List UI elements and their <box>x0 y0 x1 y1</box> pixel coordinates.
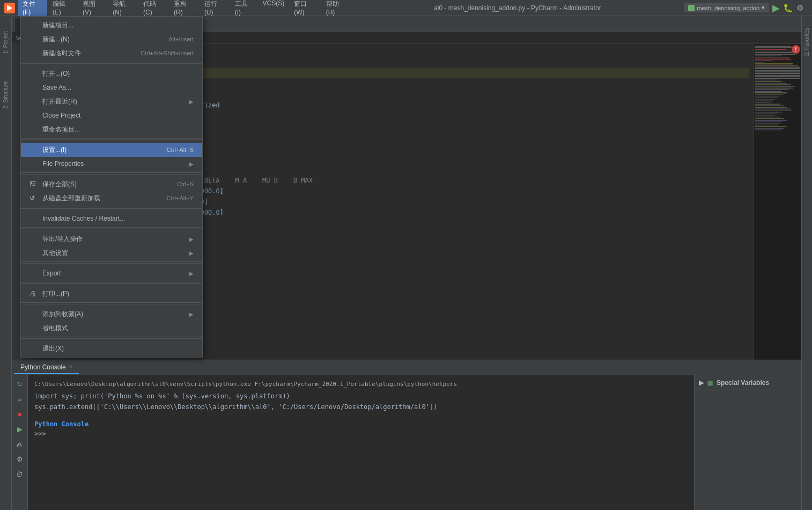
right-sidebar: 2: Favorites <box>801 16 812 510</box>
menu-file[interactable]: 文件(F) <box>18 0 47 18</box>
menu-item-power-save[interactable]: 省电模式 <box>21 321 202 335</box>
menu-item-reload[interactable]: ↺ 从磁盘全部重新加载 Ctrl+Alt+Y <box>21 191 202 205</box>
console-tab-bar: Python Console × <box>12 360 801 375</box>
title-bar: 文件(F) 编辑(E) 视图(V) 导航(N) 代码(C) 重构(R) 运行(U… <box>0 0 812 16</box>
sidebar-tab-structure[interactable]: 2: Structure <box>1 71 11 119</box>
menu-item-invalidate[interactable]: Invalidate Caches / Restart... <box>21 212 202 225</box>
menu-shortcut-save-all: Ctrl+S <box>177 181 194 187</box>
menu-item-new-project[interactable]: 新建项目... <box>21 18 202 32</box>
menu-label-other-settings: 其他设置 <box>42 249 189 258</box>
menu-label-save-as: Save As... <box>42 84 194 91</box>
console-line1: import sys; print('Python %s on %s' % (s… <box>34 391 688 401</box>
console-tab-python[interactable]: Python Console × <box>14 361 79 374</box>
window-title: al0 - mesh_denoising_addon.py - PyCharm … <box>351 4 684 12</box>
menu-arrow-export: ▶ <box>189 271 194 276</box>
menu-item-open-recent[interactable]: 打开最近(R) ▶ <box>21 94 202 108</box>
menu-label-rename-project: 重命名项目... <box>42 125 194 134</box>
menu-label-print: 打印...(P) <box>42 289 194 298</box>
minimap: ! <box>753 44 801 360</box>
menu-refactor[interactable]: 重构(R) <box>169 0 199 18</box>
console-rerun-btn[interactable]: ↻ <box>13 377 26 390</box>
run-config[interactable]: mesh_denoising_addon ▾ <box>684 3 769 12</box>
console-line2: sys.path.extend(['C:\\Users\\Lenovo\\Des… <box>34 402 688 412</box>
menu-label-new: 新建...(N) <box>42 35 168 44</box>
console-prompt: >>> <box>34 429 688 439</box>
menu-label-save-all: 保存全部(S) <box>42 180 177 189</box>
menu-section-exit: 退出(X) <box>21 340 202 357</box>
menu-section-export: Export ▶ <box>21 265 202 282</box>
menu-window[interactable]: 窗口(W) <box>290 0 320 18</box>
menu-item-save-as[interactable]: Save As... <box>21 81 202 94</box>
console-title-text: Python Console <box>34 419 688 429</box>
console-toolbar: ↻ ≡ ■ ▶ 🖨 ⚙ ⏱ <box>12 375 28 510</box>
console-command-path: C:\Users\Lenovo\Desktop\algorithm\al0\ve… <box>34 380 688 389</box>
menu-tools[interactable]: 工具(I) <box>231 0 257 18</box>
menu-label-settings: 设置...(I) <box>42 145 167 155</box>
menu-arrow-export-import: ▶ <box>189 236 194 242</box>
sidebar-tab-project[interactable]: 1: Project <box>1 18 11 67</box>
menu-item-save-all[interactable]: 🖫 保存全部(S) Ctrl+S <box>21 177 202 191</box>
debug-button[interactable]: 🐛 <box>783 3 793 13</box>
settings-run-button[interactable]: ⚙ <box>796 3 803 13</box>
menu-label-close-project: Close Project <box>42 112 194 119</box>
menu-arrow-add-favorite: ▶ <box>189 311 194 317</box>
run-button[interactable]: ▶ <box>772 2 780 14</box>
console-stop-btn[interactable]: ■ <box>13 407 26 420</box>
menu-item-settings[interactable]: 设置...(I) Ctrl+Alt+S <box>21 143 202 157</box>
special-vars-panel: ▶ ≣ Special Variables <box>694 375 801 510</box>
bottom-panel: Python Console × ↻ ≡ ■ ▶ 🖨 ⚙ ⏱ C:\Users\… <box>12 360 801 510</box>
menu-shortcut-settings: Ctrl+Alt+S <box>167 147 194 153</box>
menu-item-exit[interactable]: 退出(X) <box>21 341 202 355</box>
menu-vcs[interactable]: VCS(S) <box>259 0 289 18</box>
menu-item-rename-project[interactable]: 重命名项目... <box>21 122 202 136</box>
menu-label-add-favorite: 添加到收藏(A) <box>42 310 189 319</box>
sidebar-favorites[interactable]: 2: Favorites <box>802 20 813 63</box>
menu-item-open[interactable]: 打开...(O) <box>21 67 202 81</box>
menu-label-open: 打开...(O) <box>42 69 194 78</box>
menu-label-new-project: 新建项目... <box>42 21 194 30</box>
console-tab-label: Python Console <box>20 363 66 371</box>
menu-label-invalidate: Invalidate Caches / Restart... <box>42 215 194 222</box>
menu-navigate[interactable]: 导航(N) <box>108 0 138 18</box>
menu-label-export-import: 导出/导入操作 <box>42 235 189 244</box>
left-sidebar: 1: Project 2: Structure <box>0 16 12 510</box>
menu-bar: 文件(F) 编辑(E) 视图(V) 导航(N) 代码(C) 重构(R) 运行(U… <box>18 0 351 18</box>
menu-view[interactable]: 视图(V) <box>78 0 107 18</box>
editor-toolbar: ◉ ≡ ⚙ — <box>123 17 799 32</box>
menu-section-favorites: 添加到收藏(A) ▶ 省电模式 <box>21 305 202 337</box>
menu-item-add-favorite[interactable]: 添加到收藏(A) ▶ <box>21 307 202 321</box>
menu-run[interactable]: 运行(U) <box>200 0 230 18</box>
console-menu-btn[interactable]: ≡ <box>13 392 26 405</box>
error-indicator: ! <box>792 45 800 54</box>
menu-item-export-import[interactable]: 导出/导入操作 ▶ <box>21 232 202 246</box>
console-settings-btn[interactable]: ⚙ <box>13 453 26 465</box>
menu-item-export[interactable]: Export ▶ <box>21 266 202 280</box>
menu-icon-save-all: 🖫 <box>29 180 40 188</box>
special-vars-header: ▶ ≣ Special Variables <box>695 375 801 390</box>
menu-code[interactable]: 代码(C) <box>139 0 168 18</box>
menu-shortcut-new-scratch: Ctrl+Alt+Shift+Insert <box>141 50 194 56</box>
menu-help[interactable]: 帮助(H) <box>322 0 351 18</box>
menu-label-power-save: 省电模式 <box>42 324 194 333</box>
menu-arrow-open-recent: ▶ <box>189 99 194 105</box>
console-time-btn[interactable]: ⏱ <box>13 468 26 480</box>
menu-section-invalidate: Invalidate Caches / Restart... <box>21 210 202 228</box>
menu-item-new[interactable]: 新建...(N) Alt+Insert <box>21 32 202 46</box>
menu-label-new-scratch: 新建临时文件 <box>42 49 141 58</box>
file-dropdown-menu: 新建项目... 新建...(N) Alt+Insert 新建临时文件 Ctrl+… <box>20 16 203 358</box>
menu-item-other-settings[interactable]: 其他设置 ▶ <box>21 246 202 260</box>
console-run-btn[interactable]: ▶ <box>13 422 26 435</box>
menu-icon-reload: ↺ <box>29 194 40 202</box>
console-print-btn[interactable]: 🖨 <box>13 438 26 450</box>
menu-item-file-properties[interactable]: File Properties ▶ <box>21 157 202 171</box>
menu-label-file-properties: File Properties <box>42 160 189 167</box>
special-vars-icon: ≣ <box>707 378 713 387</box>
console-tab-close[interactable]: × <box>69 364 72 370</box>
special-vars-label: Special Variables <box>717 379 769 387</box>
menu-item-close-project[interactable]: Close Project <box>21 108 202 122</box>
console-output[interactable]: C:\Users\Lenovo\Desktop\algorithm\al0\ve… <box>28 375 694 510</box>
menu-item-new-scratch[interactable]: 新建临时文件 Ctrl+Alt+Shift+Insert <box>21 46 202 60</box>
menu-item-print[interactable]: 🖨 打印...(P) <box>21 287 202 301</box>
menu-edit[interactable]: 编辑(E) <box>48 0 77 18</box>
menu-label-open-recent: 打开最近(R) <box>42 97 189 106</box>
